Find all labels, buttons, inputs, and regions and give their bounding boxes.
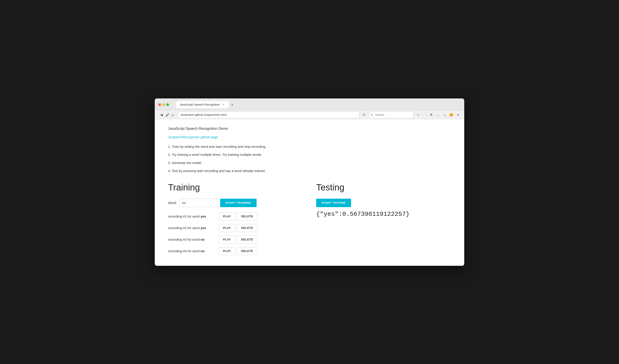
word-row: Word: START TRAINING [168, 199, 303, 207]
training-section: Training Word: START TRAINING recording … [168, 182, 312, 259]
download-icon[interactable]: ↓ [435, 112, 441, 118]
table-row: recording #3 for word no PLAY DELETE [168, 236, 303, 243]
training-heading: Training [168, 182, 303, 192]
testing-section: Testing START TESTING {"yes":0.567398119… [312, 182, 451, 259]
play-button-3[interactable]: PLAY [219, 236, 235, 243]
menu-icon[interactable]: ≡ [455, 112, 461, 118]
testing-result: {"yes":0.567398119122257} [316, 211, 451, 217]
toolbar-icons: ☆ 📄 P ↓ ⌂ 😊 ≡ [415, 112, 461, 118]
traffic-lights [158, 103, 169, 106]
delete-button-1[interactable]: DELETE [237, 213, 257, 220]
delete-button-2[interactable]: DELETE [237, 224, 257, 232]
play-button-2[interactable]: PLAY [219, 224, 235, 232]
forward-button[interactable]: ▶ [170, 112, 176, 118]
new-tab-button[interactable]: + [229, 102, 236, 108]
title-bar: JavaScript Speech Recognition ✕ + [155, 98, 464, 110]
instruction-4: 4. Test by pressing start recording and … [168, 168, 451, 174]
start-testing-button[interactable]: START TESTING [316, 199, 351, 207]
mic-icon: 🎤 [165, 113, 169, 117]
browser-window: JavaScript Speech Recognition ✕ + ◀ 🎤 ▶ … [155, 98, 464, 266]
browser-chrome: JavaScript Speech Recognition ✕ + ◀ 🎤 ▶ … [155, 98, 464, 120]
play-button-1[interactable]: PLAY [219, 213, 235, 220]
toolbar: ◀ 🎤 ▶ ↻ 🔍 ☆ 📄 P ↓ ⌂ 😊 ≡ [155, 110, 464, 120]
start-training-button[interactable]: START TRAINING [220, 199, 257, 207]
play-button-4[interactable]: PLAY [219, 247, 235, 255]
tab-bar: JavaScript Speech Recognition ✕ + [172, 101, 239, 108]
table-row: recording #2 for word yes PLAY DELETE [168, 224, 303, 232]
reload-button[interactable]: ↻ [361, 112, 367, 118]
testing-heading: Testing [316, 182, 451, 192]
nav-buttons: ◀ 🎤 ▶ [158, 112, 176, 118]
back-button[interactable]: ◀ [158, 112, 165, 118]
table-row: recording #4 for word no PLAY DELETE [168, 247, 303, 255]
main-columns: Training Word: START TRAINING recording … [168, 182, 451, 259]
close-button[interactable] [158, 103, 161, 106]
instructions: 1. Train by writing the word and start r… [168, 144, 451, 174]
search-input[interactable] [369, 111, 414, 118]
tab-title: JavaScript Speech Recognition [180, 103, 220, 106]
minimize-button[interactable] [162, 103, 165, 106]
avatar-icon[interactable]: 😊 [449, 112, 454, 118]
home-icon[interactable]: ⌂ [442, 112, 447, 118]
search-wrapper: 🔍 [369, 111, 414, 118]
url-bar[interactable] [178, 111, 359, 118]
page-title: JavaScript Speech Recognition Demo [168, 127, 451, 131]
recording-label-3: recording #3 for word no [168, 238, 217, 241]
page-content: JavaScript Speech Recognition Demo JsSpe… [155, 120, 464, 266]
instruction-1: 1. Train by writing the word and start r… [168, 144, 451, 149]
word-input[interactable] [180, 199, 217, 207]
pocket-icon[interactable]: P [429, 112, 434, 118]
instruction-3: 3. Generate the model [168, 161, 451, 166]
github-link[interactable]: JsSpeechRecognizer github page [168, 135, 218, 139]
recording-label-2: recording #2 for word yes [168, 226, 217, 230]
active-tab[interactable]: JavaScript Speech Recognition ✕ [176, 101, 229, 108]
word-label: Word: [168, 201, 177, 205]
reader-icon[interactable]: 📄 [422, 112, 427, 118]
recording-label-4: recording #4 for word no [168, 249, 217, 253]
table-row: recording #1 for word yes PLAY DELETE [168, 213, 303, 220]
delete-button-3[interactable]: DELETE [237, 236, 257, 243]
tab-close-button[interactable]: ✕ [222, 103, 225, 107]
recording-label-1: recording #1 for word yes [168, 215, 217, 218]
maximize-button[interactable] [166, 103, 169, 106]
delete-button-4[interactable]: DELETE [237, 247, 257, 255]
bookmark-icon[interactable]: ☆ [415, 112, 421, 118]
instruction-2: 2. Try training a word multiple times. T… [168, 152, 451, 157]
